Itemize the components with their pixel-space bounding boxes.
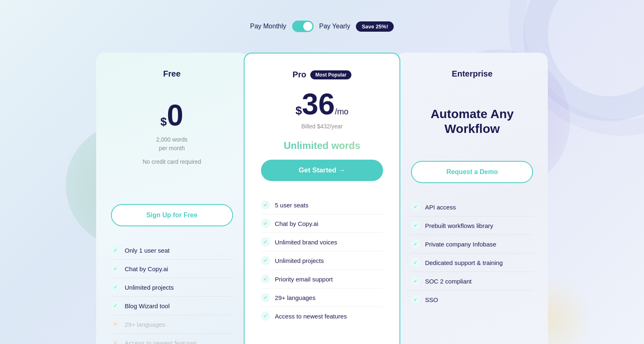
enterprise-feature-3: ✓ Private company Infobase xyxy=(411,235,533,253)
free-feature-6: ✕ Access to newest features xyxy=(111,334,233,344)
free-plan-card: Free $ 0 2,000 words per month No credit… xyxy=(96,53,248,344)
free-no-cc: No credit card required xyxy=(111,158,233,166)
enterprise-feature-6: ✓ SSO xyxy=(411,291,533,309)
pro-plan-title: Pro xyxy=(293,70,306,79)
pro-title-row: Pro Most Popular xyxy=(261,70,383,79)
enterprise-feature-1: ✓ API access xyxy=(411,198,533,216)
enterprise-feature-2: ✓ Prebuilt workflows library xyxy=(411,216,533,235)
billing-toggle-switch[interactable] xyxy=(292,21,314,32)
pro-plan-card: Pro Most Popular $ 36 /mo Billed $432/ye… xyxy=(244,53,400,344)
check-icon: ✓ xyxy=(111,301,120,310)
pro-features-list: ✓ 5 user seats ✓ Chat by Copy.ai ✓ Unlim… xyxy=(261,196,383,325)
x-icon: ✕ xyxy=(111,338,120,344)
save-badge: Save 25%! xyxy=(356,21,394,32)
free-price-amount: 0 xyxy=(167,98,183,132)
enterprise-cta-button[interactable]: Request a Demo xyxy=(411,161,533,183)
check-icon: ✓ xyxy=(411,202,420,212)
pay-monthly-label: Pay Monthly xyxy=(250,23,286,30)
free-price-symbol: $ xyxy=(160,115,167,128)
pro-feature-6: ✓ 29+ languages xyxy=(261,288,383,307)
enterprise-plan-card: Enterprise Automate Any Workflow Request… xyxy=(396,53,548,344)
enterprise-plan-title: Enterprise xyxy=(452,69,492,79)
check-icon: ✓ xyxy=(261,219,270,228)
check-icon: ✓ xyxy=(261,274,270,284)
pro-feature-2: ✓ Chat by Copy.ai xyxy=(261,214,383,233)
pro-feature-3: ✓ Unlimited brand voices xyxy=(261,233,383,251)
check-icon: ✓ xyxy=(261,256,270,265)
check-icon: ✓ xyxy=(261,200,270,209)
pro-price-symbol: $ xyxy=(295,104,302,117)
check-icon: ✓ xyxy=(261,237,270,246)
check-icon: ✓ xyxy=(111,246,120,255)
pro-price-period: /mo xyxy=(335,107,349,116)
check-icon: ✓ xyxy=(411,239,420,249)
check-icon: ✓ xyxy=(411,295,420,304)
pro-cta-button[interactable]: Get Started → xyxy=(261,160,383,181)
free-feature-2: ✓ Chat by Copy.ai xyxy=(111,260,233,278)
enterprise-feature-5: ✓ SOC 2 compliant xyxy=(411,272,533,291)
pro-unlimited-words: Unlimited words xyxy=(261,140,383,151)
free-features-list: ✓ Only 1 user seat ✓ Chat by Copy.ai ✓ U… xyxy=(111,241,233,344)
pay-yearly-label: Pay Yearly xyxy=(319,23,351,30)
pro-feature-5: ✓ Priority email support xyxy=(261,270,383,288)
pricing-cards-container: Free $ 0 2,000 words per month No credit… xyxy=(96,53,548,344)
check-icon: ✓ xyxy=(411,277,420,286)
free-feature-4: ✓ Blog Wizard tool xyxy=(111,297,233,315)
enterprise-feature-4: ✓ Dedicated support & training xyxy=(411,253,533,272)
check-icon: ✓ xyxy=(261,293,270,302)
enterprise-features-list: ✓ API access ✓ Prebuilt workflows librar… xyxy=(411,198,533,309)
check-icon: ✓ xyxy=(411,221,420,230)
pro-feature-7: ✓ Access to newest features xyxy=(261,307,383,325)
check-icon: ✓ xyxy=(111,283,120,292)
free-plan-title: Free xyxy=(163,69,180,79)
free-price-subtitle: 2,000 words per month xyxy=(111,135,233,153)
pro-feature-4: ✓ Unlimited projects xyxy=(261,251,383,270)
free-cta-button[interactable]: Sign Up for Free xyxy=(111,204,233,226)
most-popular-badge: Most Popular xyxy=(310,70,351,79)
check-icon: ✓ xyxy=(261,311,270,321)
free-feature-5: ✕ 29+ languages xyxy=(111,315,233,334)
check-icon: ✓ xyxy=(411,258,420,267)
pro-price-amount: 36 xyxy=(302,89,335,119)
pro-feature-1: ✓ 5 user seats xyxy=(261,196,383,214)
free-feature-3: ✓ Unlimited projects xyxy=(111,278,233,297)
x-icon: ✕ xyxy=(111,320,120,329)
billing-toggle-row: Pay Monthly Pay Yearly Save 25%! xyxy=(250,21,394,32)
check-icon: ✓ xyxy=(111,264,120,273)
pro-billed-label: Billed $432/year xyxy=(261,122,383,131)
free-feature-1: ✓ Only 1 user seat xyxy=(111,241,233,260)
free-price-row: $ 0 xyxy=(111,98,233,132)
enterprise-headline: Automate Any Workflow xyxy=(411,107,533,136)
toggle-knob xyxy=(303,22,312,31)
pro-price-row: $ 36 /mo xyxy=(261,89,383,119)
